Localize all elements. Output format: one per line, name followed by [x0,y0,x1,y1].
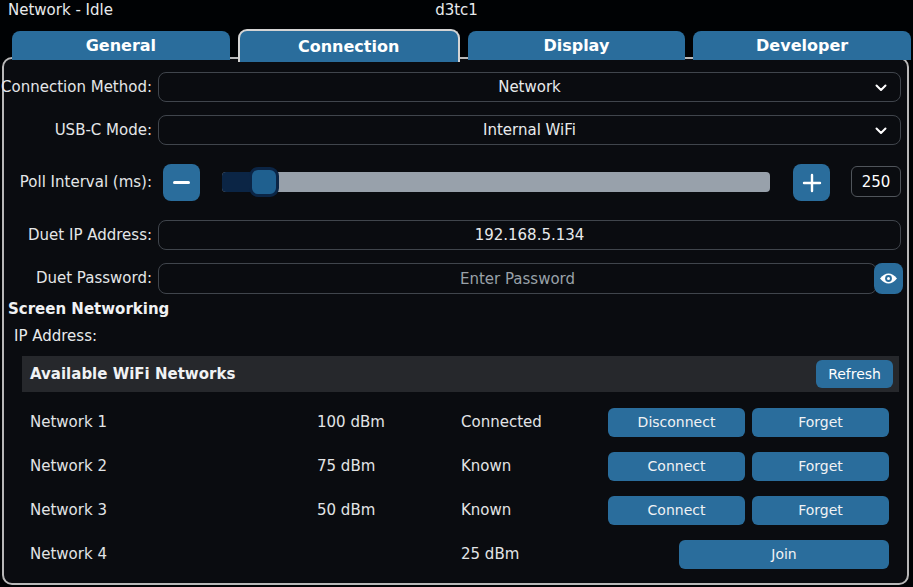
network-status: Known [461,501,608,519]
duet-password-label: Duet Password: [0,263,152,294]
poll-interval-value-field[interactable] [851,166,901,197]
disconnect-button[interactable]: Disconnect [608,408,745,437]
network-signal: 50 dBm [317,501,461,519]
wifi-table-header: Available WiFi Networks Refresh [22,356,899,392]
minus-icon [173,181,190,184]
network-signal: 75 dBm [317,457,461,475]
hostname-text: d3tc1 [0,1,913,19]
wifi-network-row: Network 1100 dBmConnectedDisconnectForge… [22,400,899,444]
join-button[interactable]: Join [679,540,889,569]
network-actions: ConnectForget [608,496,889,525]
connection-method-select[interactable]: Network [158,72,901,102]
poll-interval-label: Poll Interval (ms): [0,164,152,201]
connection-method-value: Network [498,78,561,96]
tab-general[interactable]: General [12,31,230,60]
usbc-mode-label: USB-C Mode: [0,115,152,145]
usbc-mode-value: Internal WiFi [483,121,576,139]
network-actions: ConnectForget [608,452,889,481]
connect-button[interactable]: Connect [608,496,745,525]
wifi-network-row: Network 425 dBmJoin [22,532,899,576]
show-password-button[interactable] [874,263,903,294]
network-name: Network 4 [30,545,317,563]
network-status: Connected [461,413,608,431]
tab-developer[interactable]: Developer [693,31,911,60]
screen-networking-heading: Screen Networking [8,300,169,318]
poll-interval-increase-button[interactable] [793,164,830,201]
forget-button[interactable]: Forget [752,452,889,481]
connection-method-label: Connection Method: [0,72,152,102]
network-actions: Join [608,540,889,569]
duet-ip-label: Duet IP Address: [0,220,152,250]
duet-ip-field[interactable] [158,220,901,250]
slider-thumb[interactable] [249,167,279,197]
status-text: Network - Idle [8,1,113,19]
network-name: Network 3 [30,501,317,519]
network-signal: 100 dBm [317,413,461,431]
refresh-button[interactable]: Refresh [816,360,893,388]
network-status: Known [461,457,608,475]
slider-track[interactable] [222,172,770,192]
connect-button[interactable]: Connect [608,452,745,481]
network-name: Network 2 [30,457,317,475]
wifi-network-row: Network 275 dBmKnownConnectForget [22,444,899,488]
network-actions: DisconnectForget [608,408,889,437]
screen-ip-label: IP Address: [14,327,97,345]
forget-button[interactable]: Forget [752,496,889,525]
duet-password-field[interactable] [158,263,877,294]
poll-interval-decrease-button[interactable] [163,164,200,201]
tab-bar: General Connection Display Developer [12,31,911,62]
usbc-mode-select[interactable]: Internal WiFi [158,115,901,145]
wifi-networks-list: Network 1100 dBmConnectedDisconnectForge… [22,400,899,576]
chevron-down-icon [873,80,889,96]
poll-interval-slider[interactable] [222,164,770,201]
wifi-table-title: Available WiFi Networks [30,365,235,383]
wifi-network-row: Network 350 dBmKnownConnectForget [22,488,899,532]
network-status: 25 dBm [461,545,608,563]
plus-icon [801,172,823,194]
tab-display[interactable]: Display [468,31,686,60]
tab-connection[interactable]: Connection [238,29,460,62]
forget-button[interactable]: Forget [752,408,889,437]
chevron-down-icon [873,123,889,139]
eye-icon [879,271,898,286]
network-name: Network 1 [30,413,317,431]
